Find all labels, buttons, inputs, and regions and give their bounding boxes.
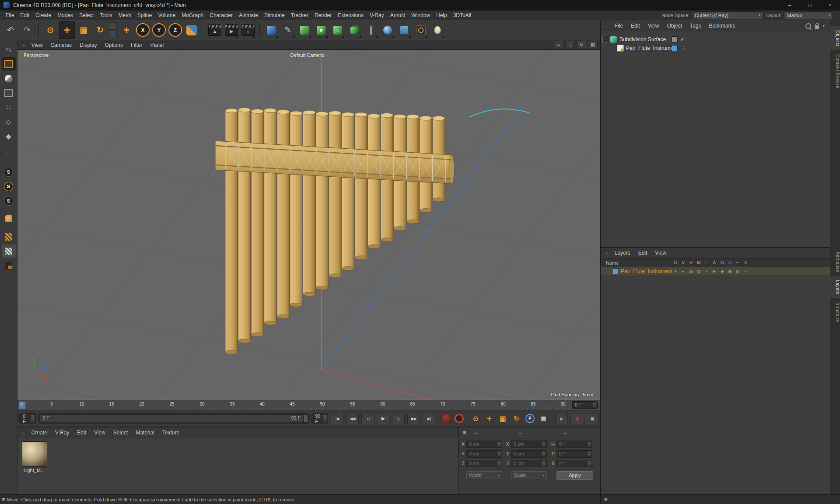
menu-create[interactable]: Create — [32, 11, 54, 19]
last-tool-button[interactable]: + — [119, 21, 134, 39]
size-z-field[interactable]: 0 cm — [511, 460, 547, 467]
menu-help[interactable]: Help — [433, 11, 450, 19]
recent-tools-flyout[interactable]: ·· — [109, 22, 118, 38]
rotate-view-icon[interactable]: ↻ — [577, 41, 586, 49]
rotation-header[interactable]: -- — [564, 430, 567, 435]
snap-settings-button[interactable]: S — [2, 165, 16, 178]
layers-menu-layers[interactable]: Layers — [611, 249, 634, 257]
chevron-down-icon[interactable]: ▾ — [822, 24, 825, 28]
visibility-dots-icon[interactable]: ⋮ — [681, 46, 686, 51]
snap-mode-button[interactable]: S — [2, 194, 16, 207]
layers-menu-view[interactable]: View — [651, 249, 670, 257]
layer-row[interactable]: Pan_Flute_Instrument ● ▸ ▨ ▤ ▪ ▶ ◆ ▣ ▧ × — [601, 267, 830, 275]
texture-tag-icon[interactable] — [672, 36, 678, 42]
model-mode-button[interactable] — [2, 57, 16, 70]
menu-extensions[interactable]: Extensions — [335, 11, 367, 19]
node-space-select[interactable]: Current (V-Ray) ▾ — [692, 11, 763, 19]
object-row[interactable]: Pan_Flute_Instrument ⋮ — [601, 44, 837, 52]
play-button[interactable]: ▶ — [377, 413, 389, 424]
polygons-mode-button[interactable]: ◆ — [2, 130, 16, 143]
menu-tools[interactable]: Tools — [97, 11, 115, 19]
pos-x-field[interactable]: 0 cm — [466, 441, 502, 448]
layer-color-chip[interactable] — [672, 45, 678, 51]
preview-range-slider[interactable]: 0 F 90 F — [38, 413, 309, 424]
menu-select[interactable]: Select — [76, 11, 97, 19]
size-x-field[interactable]: 0 cm — [511, 441, 547, 448]
menu-window[interactable]: Window — [408, 11, 433, 19]
hamburger-icon[interactable]: ≡ — [461, 429, 468, 436]
make-editable-button[interactable]: ⇆ — [2, 43, 16, 56]
solo-hierarchy-button[interactable] — [2, 259, 16, 272]
hamburger-icon[interactable]: ≡ — [20, 430, 27, 436]
points-mode-button[interactable]: ∷ — [2, 101, 16, 114]
volume-button[interactable] — [396, 21, 412, 39]
size-header[interactable]: -- — [519, 430, 522, 435]
timeline-layout-button[interactable]: ▦ — [586, 413, 598, 424]
om-menu-tags[interactable]: Tags — [686, 22, 704, 30]
search-icon[interactable] — [805, 23, 811, 29]
next-frame-button[interactable]: ▷ — [392, 413, 405, 424]
record-options-button[interactable]: ▦ — [570, 413, 583, 424]
collapse-icon[interactable]: − — [602, 37, 608, 42]
menu-3dtoall[interactable]: 3DToAll — [450, 11, 474, 19]
rot-b-field[interactable]: 0 ° — [556, 460, 592, 467]
camera-name-label[interactable]: Default Camera+ — [18, 52, 600, 58]
record-parameter-button[interactable]: P — [525, 413, 536, 424]
scale-tool-button[interactable]: ▣ — [76, 21, 91, 39]
menu-spline[interactable]: Spline — [134, 11, 155, 19]
menu-render[interactable]: Render — [312, 11, 335, 19]
material-menu-select[interactable]: Select — [110, 429, 131, 437]
subdivision-surface-button[interactable] — [297, 21, 312, 39]
toggle-view-icon[interactable]: ▦ — [588, 41, 598, 49]
menu-simulate[interactable]: Simulate — [261, 11, 288, 19]
edges-mode-button[interactable]: ◇ — [2, 115, 16, 128]
object-row[interactable]: − Subdivision Surface ✓ — [601, 35, 830, 44]
x-axis-lock-button[interactable]: X — [136, 23, 150, 37]
end-frame-field[interactable]: 90 F — [312, 413, 328, 424]
mograph-cloner-button[interactable] — [346, 21, 362, 39]
material-menu-texture[interactable]: Texture — [159, 429, 183, 437]
object-name[interactable]: Subdivision Surface — [620, 36, 666, 42]
current-frame-field[interactable]: 0 F — [19, 413, 36, 424]
material-menu-material[interactable]: Material — [132, 429, 158, 437]
om-menu-object[interactable]: Object — [663, 22, 686, 30]
pos-y-field[interactable]: 0 cm — [466, 450, 502, 458]
zoom-view-icon[interactable]: ↕ — [565, 41, 575, 49]
xref-toggle[interactable]: × — [742, 269, 749, 273]
material-menu-create[interactable]: Create — [28, 429, 51, 437]
rot-h-field[interactable]: 0 ° — [556, 441, 592, 448]
light-button[interactable] — [430, 21, 445, 39]
solo-off-button[interactable] — [2, 230, 16, 243]
rotate-tool-button[interactable]: ↻ — [92, 21, 108, 39]
ruler-frame-field[interactable]: 0 F — [572, 401, 598, 409]
paint-tool-button[interactable] — [2, 212, 16, 225]
menu-arnold[interactable]: Arnold — [387, 11, 409, 19]
solo-toggle[interactable]: ● — [672, 269, 679, 273]
material-menu-vray[interactable]: V-Ray — [52, 429, 73, 437]
viewport[interactable]: Perspective Default Camera+ Grid Spacing… — [18, 50, 600, 400]
minimize-button[interactable]: – — [780, 0, 800, 10]
apply-button[interactable]: Apply — [556, 471, 593, 480]
menu-file[interactable]: File — [3, 11, 17, 19]
move-tool-button[interactable]: + — [59, 21, 75, 39]
transform-mode-select[interactable]: Scale▾ — [511, 471, 547, 479]
om-menu-file[interactable]: File — [611, 22, 626, 30]
record-position-button[interactable]: + — [484, 413, 495, 424]
record-active-objects-button[interactable]: ⊙ — [470, 413, 481, 424]
range-grip[interactable] — [304, 415, 308, 422]
enabled-check-icon[interactable]: ✓ — [680, 36, 685, 42]
maximize-button[interactable]: □ — [800, 0, 820, 10]
record-scale-button[interactable]: ▣ — [497, 413, 508, 424]
goto-start-button[interactable]: |◀ — [331, 413, 343, 424]
render-view-button[interactable]: ▲ — [207, 21, 223, 39]
camera-button[interactable] — [413, 21, 429, 39]
om-menu-edit[interactable]: Edit — [627, 22, 644, 30]
material-menu-edit[interactable]: Edit — [74, 429, 90, 437]
om-menu-view[interactable]: View — [644, 22, 663, 30]
view-toggle[interactable]: ▸ — [679, 269, 687, 273]
menu-animate[interactable]: Animate — [236, 11, 261, 19]
texture-mode-button[interactable] — [2, 72, 16, 85]
deformer-button[interactable] — [330, 21, 346, 39]
coordinate-system-button[interactable] — [184, 21, 200, 39]
z-axis-lock-button[interactable]: Z — [168, 23, 182, 37]
